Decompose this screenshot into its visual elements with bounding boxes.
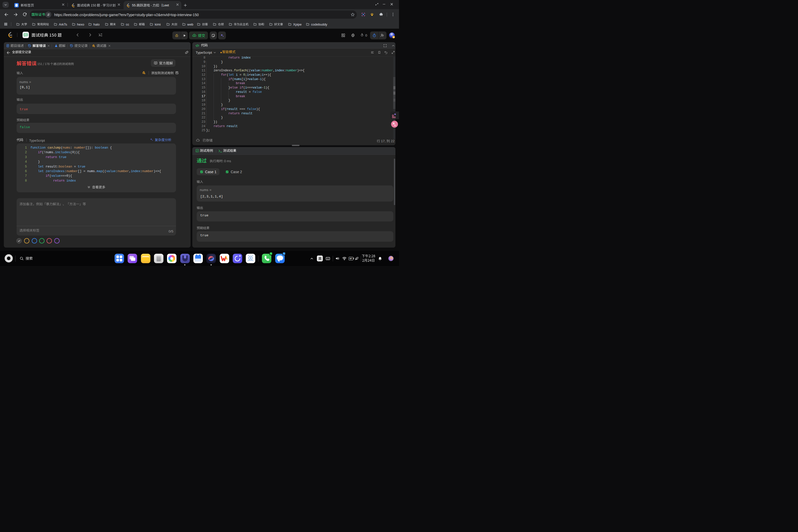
svg-text:A: A — [394, 124, 396, 127]
svg-text:TOP: TOP — [24, 34, 27, 36]
